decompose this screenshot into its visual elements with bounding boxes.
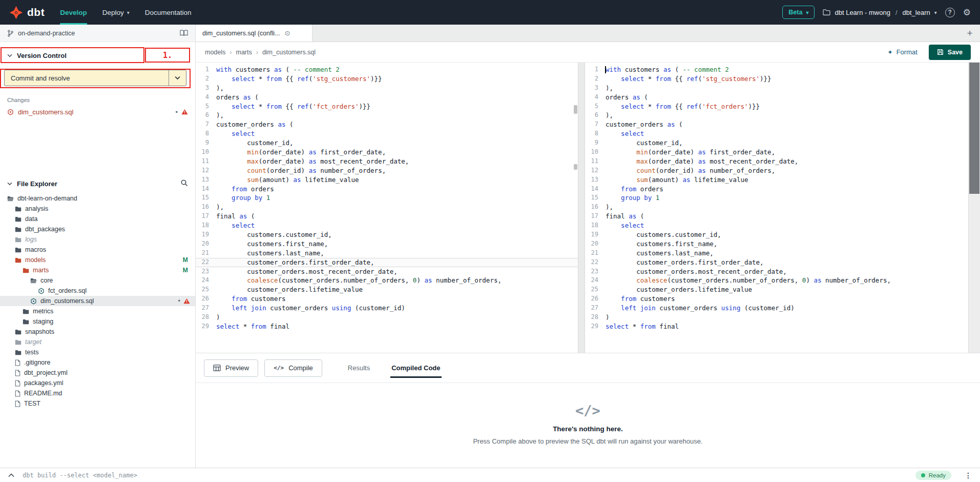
status-badge[interactable]: Ready	[915, 471, 951, 480]
code-line-13[interactable]: 13 sum(amount) as lifetime_value	[585, 175, 968, 185]
tree-item-dbt_project.yml[interactable]: dbt_project.yml	[0, 368, 195, 378]
code-line-1[interactable]: 1with customers as ( -- comment 2	[585, 65, 968, 74]
code-line-6[interactable]: 6),	[585, 111, 968, 120]
editor-tab-dim-customers[interactable]: dim_customers.sql (confli... ⊙	[196, 25, 312, 42]
code-line-23[interactable]: 23 customer_orders.most_recent_order_dat…	[585, 267, 968, 276]
code-line-13[interactable]: 13 sum(amount) as lifetime_value	[196, 175, 578, 185]
code-line-26[interactable]: 26 from customers	[585, 294, 968, 304]
version-control-section-header[interactable]: Version Control	[0, 48, 195, 63]
tree-item-logs[interactable]: logs	[0, 234, 195, 245]
code-line-28[interactable]: 28)	[196, 313, 578, 322]
breadcrumb-item-models[interactable]: models	[205, 49, 225, 56]
tree-item-.gitignore[interactable]: .gitignore	[0, 357, 195, 368]
code-line-9[interactable]: 9 customer_id,	[196, 138, 578, 148]
tree-item-macros[interactable]: macros	[0, 245, 195, 255]
tree-item-staging[interactable]: staging	[0, 316, 195, 327]
code-editor-right[interactable]: 1with customers as ( -- comment 22 selec…	[585, 63, 968, 353]
tree-item-data[interactable]: data	[0, 214, 195, 224]
nav-item-documentation[interactable]: Documentation	[145, 0, 192, 25]
code-line-28[interactable]: 28)	[585, 313, 968, 322]
code-line-17[interactable]: 17final as (	[196, 212, 578, 221]
dbt-logo[interactable]: dbt	[0, 6, 56, 19]
code-line-29[interactable]: 29select * from final	[196, 322, 578, 331]
code-line-21[interactable]: 21 customers.last_name,	[196, 249, 578, 258]
code-line-3[interactable]: 3),	[196, 84, 578, 93]
code-line-16[interactable]: 16),	[585, 203, 968, 212]
code-line-26[interactable]: 26 from customers	[196, 294, 578, 304]
code-line-18[interactable]: 18 select	[585, 221, 968, 230]
code-line-20[interactable]: 20 customers.first_name,	[585, 239, 968, 249]
code-line-15[interactable]: 15 group by 1	[196, 193, 578, 203]
code-line-27[interactable]: 27 left join customer_orders using (cust…	[585, 304, 968, 313]
code-line-15[interactable]: 15 group by 1	[585, 193, 968, 203]
code-line-21[interactable]: 21 customers.last_name,	[585, 249, 968, 258]
code-line-22[interactable]: 22 customer_orders.first_order_date,	[585, 258, 968, 267]
panel-tab-compiled-code[interactable]: Compiled Code	[391, 364, 440, 372]
code-line-9[interactable]: 9 customer_id,	[585, 138, 968, 148]
code-editor-left[interactable]: 1with customers as ( -- comment 22 selec…	[196, 63, 578, 353]
tree-item-README.md[interactable]: README.md	[0, 388, 195, 398]
code-line-1[interactable]: 1with customers as ( -- comment 2	[196, 65, 578, 74]
code-line-5[interactable]: 5 select * from {{ ref('fct_orders')}}	[196, 102, 578, 111]
code-line-18[interactable]: 18 select	[196, 221, 578, 230]
left-editor-scrollbar[interactable]	[573, 63, 578, 353]
code-line-4[interactable]: 4orders as (	[585, 93, 968, 102]
code-line-19[interactable]: 19 customers.customer_id,	[196, 230, 578, 239]
code-line-8[interactable]: 8 select	[585, 129, 968, 138]
breadcrumb-item-marts[interactable]: marts	[236, 49, 252, 56]
chevron-up-icon[interactable]	[8, 473, 14, 477]
code-line-10[interactable]: 10 min(order_date) as first_order_date,	[196, 148, 578, 157]
code-line-11[interactable]: 11 max(order_date) as most_recent_order_…	[196, 157, 578, 166]
nav-item-deploy[interactable]: Deploy▾	[102, 0, 130, 25]
changed-file-dim_customers.sql[interactable]: dim_customers.sql•	[0, 106, 195, 118]
format-button[interactable]: ✦ Format	[888, 48, 918, 56]
tree-item-core[interactable]: core	[0, 275, 195, 286]
code-line-10[interactable]: 10 min(order_date) as first_order_date,	[585, 148, 968, 157]
account-project-selector[interactable]: dbt Learn - mwong / dbt_learn ▾	[823, 9, 936, 16]
search-icon[interactable]	[180, 179, 188, 189]
tree-item-dim_customers.sql[interactable]: dim_customers.sql•	[0, 296, 195, 306]
split-divider[interactable]	[578, 63, 585, 353]
code-line-12[interactable]: 12 count(order_id) as number_of_orders,	[196, 166, 578, 175]
editor-scrollbar[interactable]	[968, 63, 980, 353]
code-line-2[interactable]: 2 select * from {{ ref('stg_customers')}…	[585, 74, 968, 84]
code-line-17[interactable]: 17final as (	[585, 212, 968, 221]
code-line-24[interactable]: 24 coalesce(customer_orders.number_of_or…	[585, 276, 968, 285]
code-line-2[interactable]: 2 select * from {{ ref('stg_customers')}…	[196, 74, 578, 84]
tree-item-dbt_packages[interactable]: dbt_packages	[0, 224, 195, 234]
code-line-27[interactable]: 27 left join customer_orders using (cust…	[196, 304, 578, 313]
code-line-7[interactable]: 7customer_orders as (	[196, 120, 578, 129]
tree-item-models[interactable]: modelsM	[0, 255, 195, 265]
commit-dropdown-toggle[interactable]	[169, 70, 186, 86]
code-line-3[interactable]: 3),	[585, 84, 968, 93]
nav-item-develop[interactable]: Develop	[60, 0, 87, 25]
code-line-25[interactable]: 25 customer_orders.lifetime_value	[585, 285, 968, 294]
panel-tab-results[interactable]: Results	[348, 364, 370, 372]
code-line-14[interactable]: 14 from orders	[585, 185, 968, 194]
tree-item-dbt-learn-on-demand[interactable]: dbt-learn-on-demand	[0, 193, 195, 204]
tree-item-target[interactable]: target	[0, 337, 195, 347]
compile-button[interactable]: </> Compile	[264, 359, 322, 377]
code-line-25[interactable]: 25 customer_orders.lifetime_value	[196, 285, 578, 294]
tree-item-TEST[interactable]: TEST	[0, 398, 195, 409]
tree-item-metrics[interactable]: metrics	[0, 306, 195, 316]
branch-selector[interactable]: on-demand-practice	[0, 25, 195, 42]
code-line-19[interactable]: 19 customers.customer_id,	[585, 230, 968, 239]
tree-item-marts[interactable]: martsM	[0, 265, 195, 275]
help-icon[interactable]: ?	[945, 8, 955, 17]
new-tab-button[interactable]: +	[960, 25, 980, 42]
save-button[interactable]: Save	[929, 45, 971, 60]
kebab-menu-icon[interactable]: ⋮	[965, 471, 972, 479]
tree-item-fct_orders.sql[interactable]: fct_orders.sql	[0, 286, 195, 296]
breadcrumb-item-dim_customers.sql[interactable]: dim_customers.sql	[262, 49, 316, 56]
code-line-16[interactable]: 16),	[196, 203, 578, 212]
code-line-14[interactable]: 14 from orders	[196, 185, 578, 194]
code-line-4[interactable]: 4orders as (	[196, 93, 578, 102]
code-line-20[interactable]: 20 customers.first_name,	[196, 239, 578, 249]
tree-item-packages.yml[interactable]: packages.yml	[0, 378, 195, 388]
code-line-5[interactable]: 5 select * from {{ ref('fct_orders')}}	[585, 102, 968, 111]
code-line-11[interactable]: 11 max(order_date) as most_recent_order_…	[585, 157, 968, 166]
code-line-29[interactable]: 29select * from final	[585, 322, 968, 331]
code-line-22[interactable]: 22 customer_orders.first_order_date,	[196, 258, 578, 267]
code-line-23[interactable]: 23 customer_orders.most_recent_order_dat…	[196, 267, 578, 276]
